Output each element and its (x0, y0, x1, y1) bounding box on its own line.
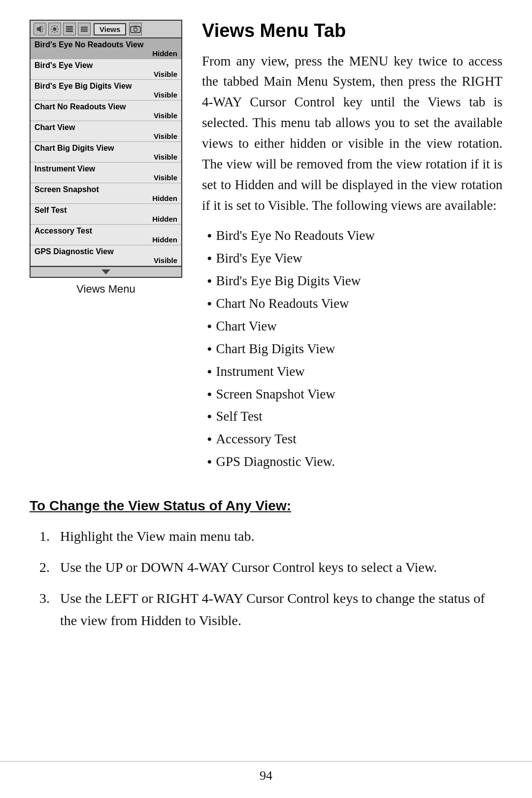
menu-row[interactable]: Bird's Eye No Readouts ViewHidden (31, 38, 181, 59)
bullet-item-text: GPS Diagnostic View. (216, 451, 335, 473)
svg-rect-15 (66, 31, 73, 32)
bullet-item: Instrument View (207, 361, 502, 383)
menu-item-status: Hidden (34, 235, 177, 244)
menu-item-status: Visible (34, 111, 177, 120)
svg-marker-0 (37, 26, 41, 33)
step-number: 1. (39, 526, 53, 548)
bullet-item: Bird's Eye Big Digits View (207, 270, 502, 293)
bullet-item-text: Chart Big Digits View (216, 338, 335, 361)
bullet-item: Screen Snapshot View (207, 383, 502, 406)
bullet-item: Bird's Eye No Readouts View (207, 225, 502, 247)
svg-rect-14 (66, 29, 73, 30)
menu-row[interactable]: Chart ViewVisible (31, 121, 181, 142)
subsection-title: To Change the View Status of Any View: (30, 498, 502, 514)
bullet-item-text: Chart No Readouts View (216, 293, 349, 315)
page: Views Bird's Eye No Readouts ViewHiddenB… (0, 0, 532, 798)
bullet-item-text: Bird's Eye View (216, 247, 302, 270)
device-screen: Views Bird's Eye No Readouts ViewHiddenB… (30, 20, 182, 278)
bullet-item: GPS Diagnostic View. (207, 451, 502, 473)
device-caption: Views Menu (30, 283, 182, 296)
bullet-item-text: Chart View (216, 315, 277, 338)
menu-item-name: GPS Diagnostic View (34, 247, 177, 256)
svg-line-11 (57, 26, 58, 27)
svg-rect-18 (81, 31, 88, 32)
svg-line-10 (57, 31, 58, 32)
menu-item-status: Visible (34, 256, 177, 265)
menu-item-status: Visible (34, 153, 177, 161)
svg-point-4 (53, 28, 57, 31)
menu-row[interactable]: Chart No Readouts ViewVisible (31, 100, 181, 121)
bullet-item: Chart No Readouts View (207, 293, 502, 315)
svg-rect-16 (81, 27, 88, 28)
device-menu-panel: Views Bird's Eye No Readouts ViewHiddenB… (30, 20, 182, 296)
menu-item-status: Visible (34, 70, 177, 78)
svg-rect-17 (81, 29, 88, 30)
step-item: 3.Use the LEFT or RIGHT 4-WAY Cursor Con… (39, 588, 502, 632)
menu-rows-container: Bird's Eye No Readouts ViewHiddenBird's … (31, 38, 181, 266)
speaker-icon (33, 23, 46, 35)
svg-line-3 (42, 31, 43, 32)
menu-item-name: Bird's Eye Big Digits View (34, 82, 177, 91)
numbered-list: 1.Highlight the View main menu tab.2.Use… (39, 526, 502, 632)
menu-row[interactable]: GPS Diagnostic ViewVisible (31, 245, 181, 266)
bullet-item: Bird's Eye View (207, 247, 502, 270)
bullet-item-text: Bird's Eye No Readouts View (216, 225, 375, 247)
menu-item-name: Accessory Test (34, 227, 177, 235)
svg-line-12 (52, 31, 53, 32)
page-footer: 94 (0, 761, 532, 783)
bullet-item-text: Accessory Test (216, 428, 297, 451)
menu-item-name: Chart View (34, 123, 177, 132)
bullet-item-text: Bird's Eye Big Digits View (216, 270, 361, 293)
scroll-down-indicator (31, 266, 181, 277)
views-button[interactable]: Views (94, 23, 126, 35)
bullet-list: Bird's Eye No Readouts ViewBird's Eye Vi… (207, 225, 502, 473)
menu-item-name: Instrument View (34, 165, 177, 173)
lines-icon (78, 23, 91, 35)
svg-point-20 (134, 28, 137, 32)
svg-rect-13 (66, 26, 73, 28)
bullet-item: Chart Big Digits View (207, 338, 502, 361)
text-panel: Views Menu Tab From any view, press the … (202, 20, 502, 473)
svg-rect-21 (133, 26, 137, 27)
bullet-item: Accessory Test (207, 428, 502, 451)
bullet-item: Self Test (207, 405, 502, 428)
bullet-item-text: Screen Snapshot View (216, 383, 335, 406)
menu-row[interactable]: Screen SnapshotHidden (31, 183, 181, 204)
menu-item-name: Chart No Readouts View (34, 102, 177, 111)
camera-icon (129, 23, 142, 35)
sun-icon (48, 23, 61, 35)
menu-item-status: Hidden (34, 215, 177, 223)
menu-item-status: Visible (34, 91, 177, 99)
menu-item-status: Hidden (34, 194, 177, 202)
page-number: 94 (260, 768, 272, 783)
menu-row[interactable]: Bird's Eye Big Digits ViewVisible (31, 80, 181, 100)
menu-row[interactable]: Instrument ViewVisible (31, 163, 181, 183)
step-item: 2.Use the UP or DOWN 4-WAY Cursor Contro… (39, 557, 502, 579)
section-title: Views Menu Tab (202, 20, 502, 42)
bullet-item-text: Self Test (216, 405, 263, 428)
device-toolbar: Views (31, 21, 181, 38)
menu-item-status: Hidden (34, 49, 177, 58)
menu-item-name: Bird's Eye View (34, 61, 177, 70)
step-item: 1.Highlight the View main menu tab. (39, 526, 502, 548)
step-text: Use the LEFT or RIGHT 4-WAY Cursor Contr… (60, 588, 502, 632)
menu-item-name: Bird's Eye No Readouts View (34, 40, 177, 49)
menu-row[interactable]: Accessory TestHidden (31, 225, 181, 245)
menu-item-name: Screen Snapshot (34, 185, 177, 194)
step-text: Highlight the View main menu tab. (60, 526, 254, 548)
step-number: 3. (39, 588, 53, 610)
menu-item-status: Visible (34, 173, 177, 182)
menu-row[interactable]: Self TestHidden (31, 204, 181, 225)
svg-line-1 (42, 27, 43, 27)
menu-row[interactable]: Bird's Eye ViewVisible (31, 59, 181, 80)
menu-item-name: Chart Big Digits View (34, 144, 177, 153)
step-number: 2. (39, 557, 53, 579)
menu-item-name: Self Test (34, 206, 177, 215)
top-section: Views Bird's Eye No Readouts ViewHiddenB… (30, 20, 502, 473)
layers-icon (63, 23, 76, 35)
bullet-item: Chart View (207, 315, 502, 338)
step-text: Use the UP or DOWN 4-WAY Cursor Control … (60, 557, 437, 579)
menu-item-status: Visible (34, 132, 177, 140)
lower-section: To Change the View Status of Any View: 1… (30, 498, 502, 640)
menu-row[interactable]: Chart Big Digits ViewVisible (31, 142, 181, 163)
